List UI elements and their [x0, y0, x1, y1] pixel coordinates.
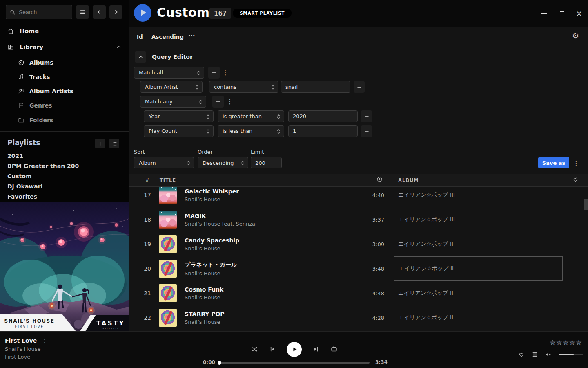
subrule-value-input[interactable] — [288, 110, 358, 122]
search-input-container[interactable] — [6, 5, 72, 19]
playlist-item[interactable]: DJ Okawari — [0, 181, 129, 191]
track-artist[interactable]: Snail’s House — [185, 319, 363, 325]
track-title[interactable]: Galactic Whisper — [185, 188, 363, 195]
queue-button[interactable] — [532, 351, 538, 358]
favorite-button[interactable] — [518, 351, 525, 358]
track-artist[interactable]: Snail’s House — [185, 196, 363, 202]
save-menu-button[interactable]: ⋮ — [573, 157, 579, 169]
play-pause-button[interactable] — [287, 342, 302, 357]
track-artist[interactable]: Snail’s House — [185, 294, 363, 301]
window-close-button[interactable]: × — [573, 9, 585, 18]
save-as-button[interactable]: Save as — [538, 157, 569, 168]
rule-group-menu-button[interactable]: ⋮ — [223, 67, 228, 79]
track-album[interactable]: エイリアン☆ポップ III — [394, 187, 563, 207]
playlist-item[interactable]: 2021 — [0, 150, 129, 161]
sidebar-item-home[interactable]: Home — [0, 23, 129, 39]
track-artist[interactable]: Snail’s House feat. Sennzai — [185, 221, 363, 227]
playlist-item[interactable]: Custom — [0, 171, 129, 181]
rule-field-select[interactable]: Album Artist — [140, 81, 203, 93]
subrule-value-input[interactable] — [288, 125, 358, 137]
column-header-index[interactable]: # — [145, 177, 151, 183]
sidebar-item-album-artists[interactable]: Album Artists — [0, 84, 129, 98]
sort-select[interactable]: Album — [134, 157, 194, 168]
track-album[interactable]: エイリアン☆ポップ II — [394, 305, 563, 330]
table-row[interactable]: 21Cosmo FunkSnail’s House4:48エイリアン☆ポップ I… — [129, 281, 588, 305]
playlist-item[interactable]: Favorites — [0, 191, 129, 202]
subrule-operator-select[interactable]: is less than — [218, 125, 284, 137]
subrule-operator-select[interactable]: is greater than — [218, 110, 284, 122]
more-options-button[interactable]: ⋯ — [188, 32, 195, 40]
track-album[interactable]: エイリアン☆ポップ III — [394, 207, 563, 232]
album-art-thumbnail[interactable] — [159, 260, 177, 278]
table-row[interactable]: 20プラネット・ガールSnail’s House3:48エイリアン☆ポップ II — [129, 256, 588, 281]
album-art-thumbnail[interactable] — [159, 235, 177, 253]
nav-back-button[interactable] — [93, 5, 106, 19]
duration-column-header[interactable] — [376, 176, 384, 184]
star-icon[interactable]: ★ — [570, 340, 575, 346]
window-maximize-button[interactable] — [556, 9, 568, 18]
now-playing-cover-art[interactable]: SNAIL'S HOUSE FIRST LOVE TASTY BETAMAXI — [0, 202, 129, 331]
sort-direction-button[interactable]: Ascending — [151, 34, 184, 40]
sidebar-item-genres[interactable]: Genres — [0, 99, 129, 112]
column-header-album[interactable]: ALBUM — [394, 177, 563, 183]
subgroup-menu-button[interactable]: ⋮ — [227, 96, 233, 108]
nav-forward-button[interactable] — [109, 5, 122, 19]
track-album[interactable]: エイリアン☆ポップ II — [394, 281, 563, 305]
add-subrule-button[interactable] — [212, 96, 224, 108]
repeat-button[interactable] — [330, 346, 338, 353]
scrollbar-thumb[interactable] — [584, 199, 588, 210]
track-title[interactable]: MAGIK — [185, 213, 363, 219]
table-row[interactable]: 18MAGIKSnail’s House feat. Sennzai3:37エイ… — [129, 207, 588, 232]
previous-button[interactable] — [269, 346, 276, 352]
shuffle-button[interactable] — [251, 346, 258, 353]
album-art-thumbnail[interactable] — [159, 309, 177, 327]
volume-slider[interactable] — [559, 354, 583, 355]
subrule-field-select[interactable]: Play Count — [144, 125, 214, 137]
sidebar-item-folders[interactable]: Folders — [0, 113, 129, 127]
rule-value-input[interactable] — [281, 81, 350, 93]
play-playlist-button[interactable] — [134, 4, 151, 22]
track-album[interactable]: エイリアン☆ポップ II — [394, 256, 563, 281]
playlist-list-button[interactable] — [109, 139, 119, 148]
remove-subrule-button[interactable] — [361, 125, 372, 137]
gear-icon[interactable]: ⚙ — [572, 32, 579, 40]
seek-bar[interactable] — [218, 362, 370, 364]
table-row[interactable]: 17Galactic WhisperSnail’s House4:40エイリアン… — [129, 187, 588, 207]
search-input[interactable] — [19, 9, 68, 16]
track-artist[interactable]: Snail’s House — [185, 270, 363, 276]
match-all-select[interactable]: Match all — [134, 67, 204, 79]
favorite-column-header[interactable] — [572, 176, 579, 184]
chevron-up-icon[interactable] — [116, 45, 121, 49]
remove-rule-button[interactable] — [354, 81, 365, 93]
track-title[interactable]: Cosmo Funk — [185, 286, 363, 293]
rule-operator-select[interactable]: contains — [209, 81, 278, 93]
remove-subrule-button[interactable] — [361, 110, 372, 122]
sidebar-item-albums[interactable]: Albums — [0, 56, 129, 70]
playlist-item[interactable]: BPM Greater than 200 — [0, 161, 129, 171]
volume-icon[interactable] — [545, 351, 552, 358]
menu-button[interactable] — [76, 5, 89, 19]
star-icon[interactable]: ★ — [563, 340, 568, 346]
track-title[interactable]: プラネット・ガール — [185, 261, 363, 269]
table-row[interactable]: 19Candy SpaceshipSnail’s House3:09エイリアン☆… — [129, 232, 588, 256]
album-art-thumbnail[interactable] — [159, 211, 177, 229]
add-rule-button[interactable] — [208, 67, 220, 79]
star-icon[interactable]: ★ — [576, 340, 581, 346]
album-art-thumbnail[interactable] — [159, 187, 177, 204]
sort-field-button[interactable]: Id — [137, 34, 143, 40]
next-button[interactable] — [313, 346, 319, 352]
column-header-title[interactable]: TITLE — [151, 177, 363, 183]
album-art-thumbnail[interactable] — [159, 284, 177, 302]
track-title[interactable]: STARRY POP — [185, 311, 363, 317]
star-icon[interactable]: ★ — [557, 340, 562, 346]
track-title[interactable]: Candy Spaceship — [185, 237, 363, 244]
order-select[interactable]: Descending — [198, 157, 248, 168]
subrule-field-select[interactable]: Year — [144, 110, 214, 122]
sidebar-item-library[interactable]: Library — [0, 39, 129, 55]
progress-thumb[interactable] — [218, 361, 221, 365]
limit-input[interactable] — [251, 157, 282, 168]
add-playlist-button[interactable] — [95, 139, 105, 148]
sidebar-item-tracks[interactable]: Tracks — [0, 70, 129, 84]
match-any-select[interactable]: Match any — [140, 96, 206, 108]
table-row[interactable]: 22STARRY POPSnail’s House4:28エイリアン☆ポップ I… — [129, 305, 588, 330]
